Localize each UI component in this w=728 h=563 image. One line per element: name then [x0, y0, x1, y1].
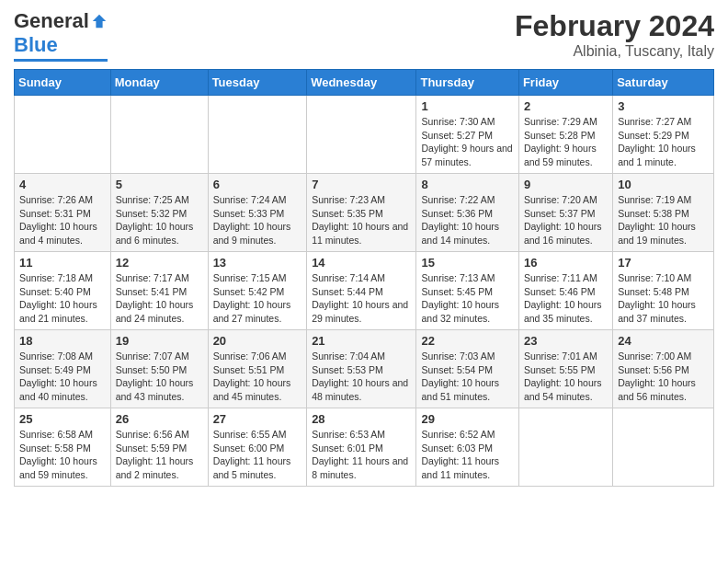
- calendar-week-row: 11Sunrise: 7:18 AM Sunset: 5:40 PM Dayli…: [15, 252, 714, 330]
- day-number: 25: [19, 412, 106, 426]
- header-monday: Monday: [110, 70, 208, 96]
- calendar-cell: 10Sunrise: 7:19 AM Sunset: 5:38 PM Dayli…: [613, 174, 714, 252]
- subtitle: Albinia, Tuscany, Italy: [515, 43, 714, 60]
- day-number: 17: [618, 256, 709, 270]
- day-detail: Sunrise: 7:04 AM Sunset: 5:53 PM Dayligh…: [312, 350, 411, 404]
- day-detail: Sunrise: 7:10 AM Sunset: 5:48 PM Dayligh…: [618, 271, 709, 326]
- logo-icon: [91, 13, 108, 29]
- day-detail: Sunrise: 7:20 AM Sunset: 5:37 PM Dayligh…: [524, 193, 608, 247]
- day-number: 13: [213, 256, 302, 270]
- calendar-cell: 1Sunrise: 7:30 AM Sunset: 5:27 PM Daylig…: [416, 96, 518, 174]
- calendar-cell: 19Sunrise: 7:07 AM Sunset: 5:50 PM Dayli…: [110, 330, 208, 408]
- calendar-cell: 13Sunrise: 7:15 AM Sunset: 5:42 PM Dayli…: [208, 252, 307, 330]
- day-detail: Sunrise: 7:25 AM Sunset: 5:32 PM Dayligh…: [116, 193, 203, 247]
- day-detail: Sunrise: 7:24 AM Sunset: 5:33 PM Dayligh…: [213, 193, 302, 247]
- calendar-cell: 8Sunrise: 7:22 AM Sunset: 5:36 PM Daylig…: [416, 174, 518, 252]
- day-detail: Sunrise: 7:00 AM Sunset: 5:56 PM Dayligh…: [618, 350, 709, 404]
- day-detail: Sunrise: 7:01 AM Sunset: 5:55 PM Dayligh…: [524, 350, 608, 404]
- logo-blue: Blue: [14, 33, 58, 57]
- day-detail: Sunrise: 7:03 AM Sunset: 5:54 PM Dayligh…: [421, 350, 513, 404]
- calendar-cell: 3Sunrise: 7:27 AM Sunset: 5:29 PM Daylig…: [613, 96, 714, 174]
- day-number: 14: [312, 256, 411, 270]
- calendar-cell: 14Sunrise: 7:14 AM Sunset: 5:44 PM Dayli…: [307, 252, 416, 330]
- day-detail: Sunrise: 6:55 AM Sunset: 6:00 PM Dayligh…: [213, 428, 302, 482]
- calendar-week-row: 1Sunrise: 7:30 AM Sunset: 5:27 PM Daylig…: [15, 96, 714, 174]
- day-number: 27: [213, 412, 302, 426]
- calendar-cell: [15, 96, 111, 174]
- day-detail: Sunrise: 6:56 AM Sunset: 5:59 PM Dayligh…: [116, 428, 203, 482]
- calendar-cell: 23Sunrise: 7:01 AM Sunset: 5:55 PM Dayli…: [518, 330, 612, 408]
- calendar-week-row: 18Sunrise: 7:08 AM Sunset: 5:49 PM Dayli…: [15, 330, 714, 408]
- day-number: 5: [116, 178, 203, 191]
- calendar-cell: 15Sunrise: 7:13 AM Sunset: 5:45 PM Dayli…: [416, 252, 518, 330]
- day-detail: Sunrise: 7:26 AM Sunset: 5:31 PM Dayligh…: [19, 193, 106, 247]
- logo: General Blue: [14, 9, 108, 62]
- day-number: 16: [524, 256, 608, 270]
- day-number: 20: [213, 334, 302, 348]
- calendar-cell: 9Sunrise: 7:20 AM Sunset: 5:37 PM Daylig…: [518, 174, 612, 252]
- day-number: 23: [524, 334, 608, 348]
- header-thursday: Thursday: [416, 70, 518, 96]
- day-number: 6: [213, 178, 302, 191]
- calendar-cell: 12Sunrise: 7:17 AM Sunset: 5:41 PM Dayli…: [110, 252, 208, 330]
- day-number: 1: [421, 99, 513, 113]
- day-detail: Sunrise: 7:14 AM Sunset: 5:44 PM Dayligh…: [312, 271, 411, 326]
- day-number: 4: [19, 178, 106, 191]
- day-number: 15: [421, 256, 513, 270]
- calendar-cell: 20Sunrise: 7:06 AM Sunset: 5:51 PM Dayli…: [208, 330, 307, 408]
- calendar-cell: [518, 408, 612, 487]
- calendar-cell: 22Sunrise: 7:03 AM Sunset: 5:54 PM Dayli…: [416, 330, 518, 408]
- calendar-header-row: SundayMondayTuesdayWednesdayThursdayFrid…: [15, 70, 714, 96]
- calendar-cell: [110, 96, 208, 174]
- day-detail: Sunrise: 7:29 AM Sunset: 5:28 PM Dayligh…: [524, 115, 608, 169]
- day-number: 3: [618, 99, 709, 113]
- calendar-cell: 6Sunrise: 7:24 AM Sunset: 5:33 PM Daylig…: [208, 174, 307, 252]
- day-number: 2: [524, 99, 608, 113]
- calendar-cell: 16Sunrise: 7:11 AM Sunset: 5:46 PM Dayli…: [518, 252, 612, 330]
- day-number: 10: [618, 178, 709, 191]
- day-number: 24: [618, 334, 709, 348]
- day-detail: Sunrise: 7:15 AM Sunset: 5:42 PM Dayligh…: [213, 271, 302, 326]
- main-title: February 2024: [515, 9, 714, 43]
- header-wednesday: Wednesday: [307, 70, 416, 96]
- day-number: 7: [312, 178, 411, 191]
- header-sunday: Sunday: [15, 70, 111, 96]
- day-detail: Sunrise: 7:19 AM Sunset: 5:38 PM Dayligh…: [618, 193, 709, 247]
- day-detail: Sunrise: 6:58 AM Sunset: 5:58 PM Dayligh…: [19, 428, 106, 482]
- calendar-cell: 5Sunrise: 7:25 AM Sunset: 5:32 PM Daylig…: [110, 174, 208, 252]
- day-detail: Sunrise: 7:11 AM Sunset: 5:46 PM Dayligh…: [524, 271, 608, 326]
- calendar-cell: 17Sunrise: 7:10 AM Sunset: 5:48 PM Dayli…: [613, 252, 714, 330]
- calendar-cell: [307, 96, 416, 174]
- calendar-cell: 27Sunrise: 6:55 AM Sunset: 6:00 PM Dayli…: [208, 408, 307, 487]
- day-detail: Sunrise: 7:22 AM Sunset: 5:36 PM Dayligh…: [421, 193, 513, 247]
- day-detail: Sunrise: 7:07 AM Sunset: 5:50 PM Dayligh…: [116, 350, 203, 404]
- calendar-cell: 26Sunrise: 6:56 AM Sunset: 5:59 PM Dayli…: [110, 408, 208, 487]
- calendar-cell: 2Sunrise: 7:29 AM Sunset: 5:28 PM Daylig…: [518, 96, 612, 174]
- calendar-cell: 7Sunrise: 7:23 AM Sunset: 5:35 PM Daylig…: [307, 174, 416, 252]
- calendar-cell: 4Sunrise: 7:26 AM Sunset: 5:31 PM Daylig…: [15, 174, 111, 252]
- day-number: 9: [524, 178, 608, 191]
- day-number: 21: [312, 334, 411, 348]
- calendar-week-row: 4Sunrise: 7:26 AM Sunset: 5:31 PM Daylig…: [15, 174, 714, 252]
- calendar-cell: 29Sunrise: 6:52 AM Sunset: 6:03 PM Dayli…: [416, 408, 518, 487]
- calendar-cell: 25Sunrise: 6:58 AM Sunset: 5:58 PM Dayli…: [15, 408, 111, 487]
- title-section: February 2024 Albinia, Tuscany, Italy: [515, 9, 714, 60]
- day-detail: Sunrise: 7:18 AM Sunset: 5:40 PM Dayligh…: [19, 271, 106, 326]
- day-number: 28: [312, 412, 411, 426]
- day-detail: Sunrise: 7:08 AM Sunset: 5:49 PM Dayligh…: [19, 350, 106, 404]
- calendar-cell: [613, 408, 714, 487]
- day-number: 26: [116, 412, 203, 426]
- day-number: 22: [421, 334, 513, 348]
- day-number: 8: [421, 178, 513, 191]
- logo-underline: [14, 59, 108, 62]
- calendar-week-row: 25Sunrise: 6:58 AM Sunset: 5:58 PM Dayli…: [15, 408, 714, 487]
- day-number: 29: [421, 412, 513, 426]
- day-number: 19: [116, 334, 203, 348]
- logo-general: General: [14, 9, 89, 33]
- day-detail: Sunrise: 6:52 AM Sunset: 6:03 PM Dayligh…: [421, 428, 513, 482]
- day-detail: Sunrise: 7:27 AM Sunset: 5:29 PM Dayligh…: [618, 115, 709, 169]
- day-detail: Sunrise: 7:23 AM Sunset: 5:35 PM Dayligh…: [312, 193, 411, 247]
- calendar-table: SundayMondayTuesdayWednesdayThursdayFrid…: [14, 69, 714, 487]
- day-detail: Sunrise: 7:13 AM Sunset: 5:45 PM Dayligh…: [421, 271, 513, 326]
- calendar-cell: 11Sunrise: 7:18 AM Sunset: 5:40 PM Dayli…: [15, 252, 111, 330]
